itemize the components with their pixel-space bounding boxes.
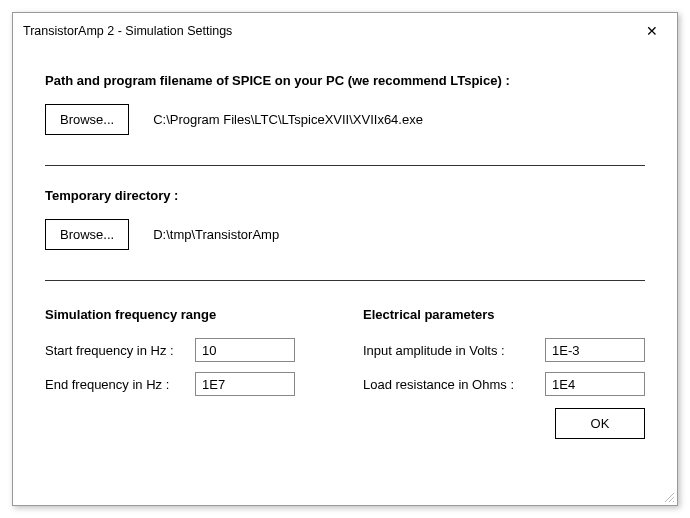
- start-freq-input[interactable]: [195, 338, 295, 362]
- titlebar: TransistorAmp 2 - Simulation Settings ✕: [13, 13, 677, 49]
- freq-column: Simulation frequency range Start frequen…: [45, 307, 323, 439]
- svg-line-0: [665, 493, 674, 502]
- tempdir-row: Browse... D:\tmp\TransistorAmp: [45, 219, 645, 250]
- svg-line-2: [673, 501, 674, 502]
- tempdir-path-text: D:\tmp\TransistorAmp: [153, 227, 279, 242]
- end-freq-label: End frequency in Hz :: [45, 377, 195, 392]
- spice-browse-button[interactable]: Browse...: [45, 104, 129, 135]
- tempdir-heading: Temporary directory :: [45, 188, 645, 203]
- content-area: Path and program filename of SPICE on yo…: [13, 49, 677, 505]
- spice-heading: Path and program filename of SPICE on yo…: [45, 73, 645, 88]
- spice-row: Browse... C:\Program Files\LTC\LTspiceXV…: [45, 104, 645, 135]
- columns: Simulation frequency range Start frequen…: [45, 307, 645, 439]
- close-button[interactable]: ✕: [635, 19, 669, 43]
- end-freq-input[interactable]: [195, 372, 295, 396]
- load-label: Load resistance in Ohms :: [363, 377, 545, 392]
- start-freq-label: Start frequency in Hz :: [45, 343, 195, 358]
- dialog-window: TransistorAmp 2 - Simulation Settings ✕ …: [12, 12, 678, 506]
- window-title: TransistorAmp 2 - Simulation Settings: [23, 24, 232, 38]
- amp-label: Input amplitude in Volts :: [363, 343, 545, 358]
- resize-grip-icon[interactable]: [663, 491, 675, 503]
- start-freq-row: Start frequency in Hz :: [45, 338, 323, 362]
- ok-button[interactable]: OK: [555, 408, 645, 439]
- ok-row: OK: [363, 408, 645, 439]
- end-freq-row: End frequency in Hz :: [45, 372, 323, 396]
- amp-row: Input amplitude in Volts :: [363, 338, 645, 362]
- divider-1: [45, 165, 645, 166]
- elec-heading: Electrical parameters: [363, 307, 645, 322]
- freq-heading: Simulation frequency range: [45, 307, 323, 322]
- tempdir-browse-button[interactable]: Browse...: [45, 219, 129, 250]
- spice-path-text: C:\Program Files\LTC\LTspiceXVII\XVIIx64…: [153, 112, 423, 127]
- divider-2: [45, 280, 645, 281]
- amp-input[interactable]: [545, 338, 645, 362]
- load-row: Load resistance in Ohms :: [363, 372, 645, 396]
- close-icon: ✕: [646, 23, 658, 39]
- load-input[interactable]: [545, 372, 645, 396]
- elec-column: Electrical parameters Input amplitude in…: [363, 307, 645, 439]
